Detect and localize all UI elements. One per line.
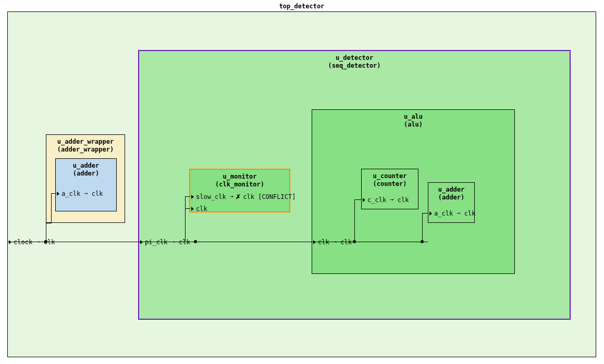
wire	[185, 242, 195, 242]
port-label: c_clk ➞ clk	[367, 196, 409, 204]
wire	[185, 208, 190, 209]
conflict-x-icon: ✗	[236, 193, 241, 200]
block-title: u_adder(adder)	[56, 162, 116, 178]
port-marker-icon	[57, 192, 59, 196]
port-label: clock ➞ clk	[14, 239, 55, 246]
port-marker-icon	[313, 240, 316, 244]
port-label: pi_clk ➞ clk	[145, 239, 190, 246]
port-marker-icon	[191, 207, 194, 211]
port-label-right: clk [CONFLICT]	[243, 193, 295, 200]
port-label: clk	[196, 205, 207, 212]
port-monitor-slowclk: slow_clk ➞ ✗ clk [CONFLICT]	[191, 193, 295, 200]
wire-junction-icon	[44, 240, 47, 243]
port-marker-icon	[9, 240, 11, 244]
port-top-clock: clock ➞ clk	[9, 239, 55, 246]
wire	[354, 199, 362, 200]
port-adder-inner: a_clk ➞ clk	[57, 190, 103, 197]
wire	[51, 193, 52, 223]
wire	[185, 196, 186, 242]
wire	[354, 199, 355, 242]
port-detector: pi_clk ➞ clk	[140, 239, 190, 246]
block-title: u_monitor(clk_monitor)	[190, 173, 289, 189]
wire-junction-icon	[421, 240, 424, 243]
port-alu: clk ➞ clk	[313, 239, 352, 246]
port-counter: c_clk ➞ clk	[363, 196, 409, 204]
port-label: clk ➞ clk	[318, 239, 352, 246]
port-adder2: a_clk ➞ clk	[429, 210, 475, 217]
port-label: slow_clk ➞	[196, 193, 233, 200]
port-monitor-clk: clk	[191, 205, 207, 212]
block-title: u_counter(counter)	[362, 172, 418, 188]
port-marker-icon	[191, 195, 194, 199]
block-title: u_detector(seq_detector)	[139, 54, 570, 70]
block-adder-inner[interactable]: u_adder(adder)	[55, 158, 117, 211]
block-title: u_adder_wrapper(adder_wrapper)	[46, 138, 125, 154]
block-title: top_detector	[8, 3, 596, 10]
port-marker-icon	[363, 198, 365, 202]
port-label: a_clk ➞ clk	[61, 190, 103, 197]
port-label: a_clk ➞ clk	[434, 210, 475, 217]
block-title: u_alu(alu)	[312, 113, 514, 129]
port-marker-icon	[140, 240, 143, 244]
port-marker-icon	[429, 211, 432, 216]
wire	[46, 223, 52, 223]
wire	[46, 223, 46, 242]
wire	[51, 193, 55, 194]
block-title: u_adder(adder)	[428, 186, 474, 202]
wire	[185, 196, 190, 197]
wire	[422, 213, 428, 214]
wire	[8, 242, 428, 242]
wire	[422, 213, 423, 242]
